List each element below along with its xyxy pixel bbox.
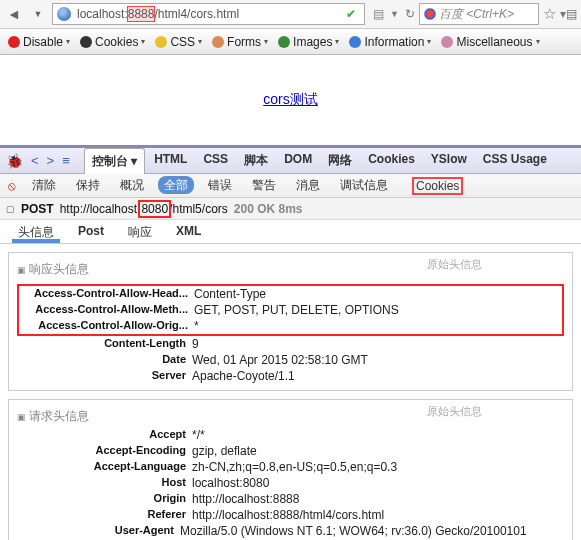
cors-headers-highlight: Access-Control-Allow-Head...Content-Type…: [17, 284, 564, 336]
devtab-控制台[interactable]: 控制台 ▾: [84, 148, 145, 174]
header-row: Accept-Encodinggzip, deflate: [17, 443, 564, 459]
devtab-YSlow[interactable]: YSlow: [424, 148, 474, 174]
toolbar-icon: [278, 36, 290, 48]
header-row: Access-Control-Allow-Meth...GET, POST, P…: [19, 302, 562, 318]
dt-fwd-icon[interactable]: >: [47, 153, 55, 168]
subtab-响应[interactable]: 响应: [122, 220, 158, 243]
url-action-icons: ▤ ▼ ↻: [373, 7, 415, 21]
devtab-DOM[interactable]: DOM: [277, 148, 319, 174]
firebug-icon[interactable]: 🐞: [6, 153, 23, 169]
reader-icon[interactable]: ▤: [373, 7, 384, 21]
header-row: Content-Length9: [17, 336, 564, 352]
stop-icon[interactable]: ⦸: [8, 179, 16, 193]
search-placeholder: 百度 <Ctrl+K>: [439, 6, 514, 23]
response-headers-block: ▣响应头信息 原始头信息 Access-Control-Allow-Head..…: [8, 252, 573, 391]
header-row: Accept*/*: [17, 427, 564, 443]
toolbar-icon: [80, 36, 92, 48]
toolbar-icon: [349, 36, 361, 48]
devtab-脚本[interactable]: 脚本: [237, 148, 275, 174]
toolbar-icon: [155, 36, 167, 48]
request-url: http://localhost:8080/html5/cors: [60, 202, 228, 216]
devtab-Cookies[interactable]: Cookies: [361, 148, 422, 174]
filter-保持[interactable]: 保持: [70, 176, 106, 194]
toolbar-icon: [212, 36, 224, 48]
devtab-CSS Usage[interactable]: CSS Usage: [476, 148, 554, 174]
webdev-toolbar: Disable▾Cookies▾CSS▾Forms▾Images▾Informa…: [0, 29, 581, 55]
filter-错误[interactable]: 错误: [202, 176, 238, 194]
page-body: cors测试: [0, 55, 581, 145]
devtools-toolbar: 🐞 < > ≡ 控制台 ▾HTMLCSS脚本DOM网络CookiesYSlowC…: [0, 148, 581, 174]
header-row: Access-Control-Allow-Orig...*: [19, 318, 562, 334]
header-row: Hostlocalhost:8080: [17, 475, 564, 491]
header-row: Originhttp://localhost:8888: [17, 491, 564, 507]
devtools-tabs: 控制台 ▾HTMLCSS脚本DOM网络CookiesYSlowCSS Usage: [84, 148, 554, 174]
subtab-头信息[interactable]: 头信息: [12, 220, 60, 243]
filter-全部[interactable]: 全部: [158, 176, 194, 194]
toolbar-icon: [8, 36, 20, 48]
history-dropdown-icon[interactable]: ▼: [28, 4, 48, 24]
console-subbar: ⦸ 清除保持概况全部错误警告消息调试信息 Cookies: [0, 174, 581, 198]
address-bar: ◄ ▼ localhost:8888/html4/cors.html ✔ ▤ ▼…: [0, 0, 581, 29]
filter-警告[interactable]: 警告: [246, 176, 282, 194]
request-headers-block: ▣请求头信息 原始头信息 Accept*/*Accept-Encodinggzi…: [8, 399, 573, 540]
dt-back-icon[interactable]: <: [31, 153, 39, 168]
raw-request-link[interactable]: 原始头信息: [427, 404, 482, 419]
header-row: Access-Control-Allow-Head...Content-Type: [19, 286, 562, 302]
devtab-CSS[interactable]: CSS: [196, 148, 235, 174]
tb-disable[interactable]: Disable▾: [4, 35, 74, 49]
reload-icon[interactable]: ↻: [405, 7, 415, 21]
filter-清除[interactable]: 清除: [26, 176, 62, 194]
tb-information[interactable]: Information▾: [345, 35, 435, 49]
header-row: Accept-Languagezh-CN,zh;q=0.8,en-US;q=0.…: [17, 459, 564, 475]
request-subtabs: 头信息Post响应XML: [0, 220, 581, 244]
dt-menu-icon[interactable]: ≡: [62, 153, 70, 168]
bookmark-star-icon[interactable]: ☆: [543, 5, 556, 23]
header-row: DateWed, 01 Apr 2015 02:58:10 GMT: [17, 352, 564, 368]
cors-test-link[interactable]: cors测试: [263, 91, 317, 109]
url-input[interactable]: localhost:8888/html4/cors.html ✔: [52, 3, 365, 25]
devtab-HTML[interactable]: HTML: [147, 148, 194, 174]
header-row: Refererhttp://localhost:8888/html4/cors.…: [17, 507, 564, 523]
globe-icon: [57, 7, 71, 21]
devtab-网络[interactable]: 网络: [321, 148, 359, 174]
raw-response-link[interactable]: 原始头信息: [427, 257, 482, 272]
filter-概况[interactable]: 概况: [114, 176, 150, 194]
subtab-Post[interactable]: Post: [72, 220, 110, 243]
tb-css[interactable]: CSS▾: [151, 35, 206, 49]
url-text: localhost:8888/html4/cors.html: [77, 7, 239, 21]
shield-icon: ✔: [346, 7, 360, 21]
tb-forms[interactable]: Forms▾: [208, 35, 272, 49]
request-status: 200 OK 8ms: [234, 202, 303, 216]
tb-images[interactable]: Images▾: [274, 35, 343, 49]
tb-cookies[interactable]: Cookies▾: [76, 35, 149, 49]
cookies-highlight[interactable]: Cookies: [412, 177, 463, 195]
header-row: ServerApache-Coyote/1.1: [17, 368, 564, 384]
expand-icon[interactable]: ▢: [6, 204, 15, 214]
tb-miscellaneous[interactable]: Miscellaneous▾: [437, 35, 543, 49]
request-summary-row[interactable]: ▢ POST http://localhost:8080/html5/cors …: [0, 198, 581, 220]
subtab-XML[interactable]: XML: [170, 220, 207, 243]
header-row: User-AgentMozilla/5.0 (Windows NT 6.1; W…: [17, 523, 564, 540]
baidu-icon: [424, 8, 436, 20]
back-button[interactable]: ◄: [4, 4, 24, 24]
search-input[interactable]: 百度 <Ctrl+K>: [419, 3, 539, 25]
request-method: POST: [21, 202, 54, 216]
devtools-panel: 🐞 < > ≡ 控制台 ▾HTMLCSS脚本DOM网络CookiesYSlowC…: [0, 145, 581, 540]
filter-调试信息[interactable]: 调试信息: [334, 176, 394, 194]
bookmarks-menu-icon[interactable]: ▾▤: [560, 7, 577, 21]
dropdown-icon[interactable]: ▼: [390, 9, 399, 19]
toolbar-icon: [441, 36, 453, 48]
filter-消息[interactable]: 消息: [290, 176, 326, 194]
